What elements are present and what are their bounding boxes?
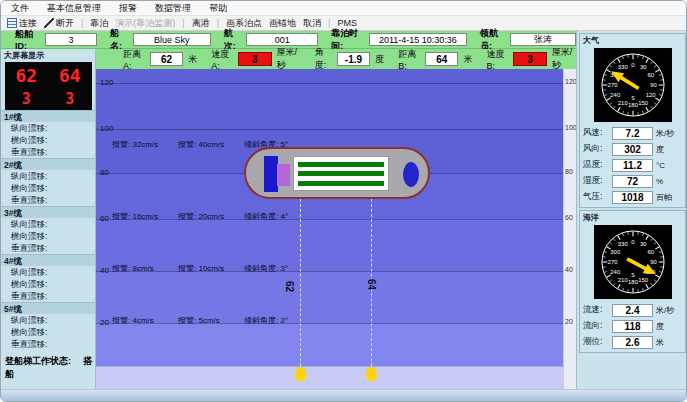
ship-id-field[interactable] [45, 33, 97, 46]
measure-line-a [300, 199, 301, 371]
environment-panel: 大气 0306090120150180210240270300330S 风速: … [576, 31, 687, 389]
current-direction-gauge: 0306090120150180210240270300330S [600, 229, 666, 295]
gridline [96, 83, 563, 84]
menu-data-mgmt[interactable]: 数据管理 [155, 2, 191, 15]
vertical-drift-label: 垂直漂移: [1, 194, 95, 206]
distance-a-label: 距离A: [123, 48, 145, 71]
gauge-tick-label: 0 [631, 62, 635, 68]
gridline [96, 323, 563, 324]
wind-direction-gauge: 0306090120150180210240270300330S [600, 52, 666, 118]
humidity-row: 湿度: 72 % [580, 173, 685, 189]
measurement-bar: 距离A: 62 米 速度A: 3 厘米/秒 角度: -1.9 度 距离B: 64… [96, 49, 576, 69]
measure-line-b-label: 64 [366, 279, 377, 290]
alarm-b: 报警: 40cm/s [178, 139, 224, 150]
cable-section-2: 2#缆 纵向漂移: 横向漂移: 垂直漂移: [1, 158, 95, 206]
big-display-title: 大屏幕显示 [1, 49, 95, 62]
disconnect-button[interactable]: 断开 [44, 17, 74, 30]
speed-a-label: 速度A: [211, 48, 233, 71]
ship-bridge [264, 156, 278, 192]
speed-a-value: 3 [238, 52, 271, 66]
menu-help[interactable]: 帮助 [209, 2, 227, 15]
gauge-tick-label: 240 [610, 269, 621, 275]
voyage-field[interactable] [246, 33, 318, 46]
axis-label-right: 60 [565, 214, 573, 221]
cable-header: 2#缆 [1, 158, 95, 170]
pilot-field[interactable] [510, 33, 576, 46]
gridline [96, 129, 563, 130]
current-direction-unit: 度 [656, 321, 682, 332]
temperature-unit: °C [656, 161, 682, 170]
angle-value: -1.9 [337, 52, 370, 66]
vertical-drift-label: 垂直漂移: [1, 242, 95, 254]
ship-name-field[interactable] [133, 33, 211, 46]
draw-anchorage-button[interactable]: 画锚地 [269, 17, 296, 30]
gauge-tick-label: 30 [639, 241, 646, 247]
gauge-tick-label: 330 [617, 241, 628, 247]
axis-label-right: 120 [565, 78, 576, 85]
cancel-button[interactable]: 取消 [303, 17, 321, 30]
berthing-monitor-window: 文件 基本信息管理 报警 数据管理 帮助 连接 断开 | 靠泊 演示(靠泊监测)… [0, 0, 687, 402]
gauge-tick-label: 0 [631, 239, 635, 245]
gauge-tick-label: 210 [617, 277, 628, 283]
status-bar [1, 389, 687, 402]
humidity-unit: % [656, 177, 682, 186]
current-direction-value: 118 [612, 320, 653, 333]
current-speed-value: 2.4 [612, 304, 653, 317]
axis-label-right: 40 [565, 266, 573, 273]
cable-section-1: 1#缆 纵向漂移: 横向漂移: 垂直漂移: [1, 110, 95, 158]
gauge-tick-label: 210 [617, 100, 628, 106]
gangway-status-label: 登船梯工作状态: [5, 356, 71, 366]
lateral-drift-label: 横向漂移: [1, 134, 95, 146]
vertical-drift-label: 垂直漂移: [1, 146, 95, 158]
lateral-drift-label: 横向漂移: [1, 278, 95, 290]
wind-direction-unit: 度 [656, 144, 682, 155]
lateral-drift-label: 横向漂移: [1, 182, 95, 194]
temperature-row: 温度: 11.2 °C [580, 157, 685, 173]
gauge-tick-label: 180 [628, 279, 639, 285]
axis-label: 100 [100, 124, 113, 133]
cable-header: 1#缆 [1, 110, 95, 122]
depart-button[interactable]: 离港 [192, 17, 210, 30]
menu-basic-info[interactable]: 基本信息管理 [47, 2, 101, 15]
alarm-b: 报警: 10cm/s [178, 263, 224, 274]
display-distance-b: 64 [59, 65, 81, 86]
gauge-tick-label: 30 [639, 64, 646, 70]
berth-button[interactable]: 靠泊 [90, 17, 108, 30]
menu-alarm[interactable]: 报警 [119, 2, 137, 15]
wind-gauge-box: 0306090120150180210240270300330S [594, 48, 672, 122]
gauge-tick-label: 90 [650, 259, 657, 265]
wind-speed-unit: 米/秒 [656, 128, 682, 139]
alarm-a: 报警: 8cm/s [112, 263, 154, 274]
distance-a-unit: 米 [188, 53, 197, 66]
menu-bar: 文件 基本信息管理 报警 数据管理 帮助 [1, 1, 687, 16]
axis-label: 40 [100, 266, 109, 275]
gauge-tick-label: 270 [607, 82, 618, 88]
tide-level-value: 2.6 [612, 336, 653, 349]
lateral-drift-label: 横向漂移: [1, 230, 95, 242]
menu-file[interactable]: 文件 [11, 2, 29, 15]
gauge-tick-label: 330 [617, 64, 628, 70]
cable-section-3: 3#缆 纵向漂移: 横向漂移: 垂直漂移: [1, 206, 95, 254]
wind-speed-value: 7.2 [612, 127, 653, 140]
hatch-stripe [298, 171, 384, 176]
cable-header: 4#缆 [1, 254, 95, 266]
wind-speed-row: 风速: 7.2 米/秒 [580, 125, 685, 141]
hatch-stripe [298, 181, 384, 186]
berthing-plot: 120 100 80 60 40 20 120 100 80 60 40 20 … [96, 69, 576, 389]
tilt-angle: 倾斜角度: 2° [244, 315, 288, 326]
longitudinal-drift-label: 纵向漂移: [1, 266, 95, 278]
humidity-label: 湿度: [583, 175, 609, 187]
temperature-value: 11.2 [612, 159, 653, 172]
ship-diagram [244, 147, 430, 199]
ship-id-label: 船舶ID: [15, 28, 40, 51]
display-distance-a: 62 [15, 65, 37, 86]
cable-header: 5#缆 [1, 302, 95, 314]
gauge-south-label: S [631, 95, 635, 101]
weather-title: 大气 [580, 34, 685, 47]
vertical-drift-label: 垂直漂移: [1, 338, 95, 350]
distance-b-unit: 米 [463, 53, 472, 66]
toolbar-separator: | [328, 18, 330, 28]
axis-label-right: 80 [565, 168, 573, 175]
berth-time-field[interactable] [369, 33, 467, 46]
gauge-tick-label: 300 [610, 249, 621, 255]
